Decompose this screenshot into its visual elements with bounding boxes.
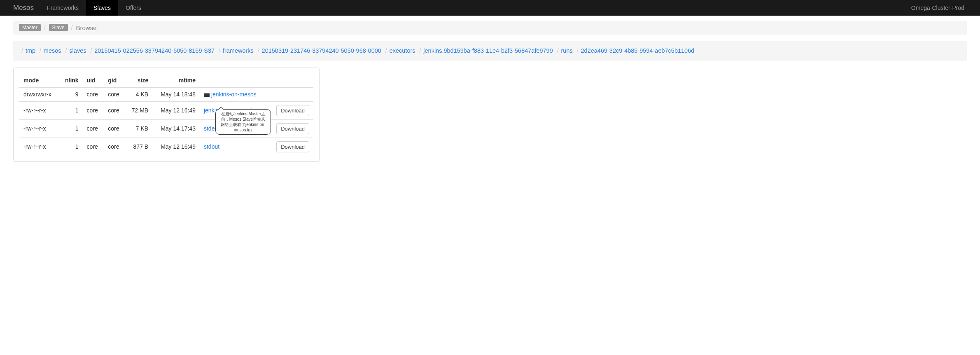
- file-link[interactable]: jenkins-on-mesos: [211, 91, 257, 98]
- folder-icon: [204, 91, 210, 98]
- cluster-name[interactable]: Omega-Cluster-Prod: [909, 0, 967, 16]
- col-nlink[interactable]: nlink: [59, 74, 83, 87]
- cell-mtime: May 12 16:49: [152, 138, 200, 156]
- breadcrumb-master-badge[interactable]: Master: [19, 24, 41, 31]
- path-separator: /: [219, 47, 220, 54]
- tooltip: 在启动Jenkins Master之前，Mesos Slave首先从网络上获取了…: [215, 109, 271, 135]
- path-separator: /: [577, 47, 579, 54]
- file-browser-panel: mode nlink uid gid size mtime drwxrwxr-x…: [13, 68, 320, 162]
- download-button[interactable]: Download: [276, 141, 309, 152]
- navbar-nav: FrameworksSlavesOffers: [40, 0, 149, 16]
- cell-gid: core: [104, 87, 125, 102]
- cell-nlink: 1: [59, 138, 83, 156]
- nav-item-slaves[interactable]: Slaves: [86, 0, 118, 16]
- cell-mtime: May 14 18:48: [152, 87, 200, 102]
- file-link[interactable]: stdout: [204, 143, 219, 150]
- cell-mode: -rw-r--r-x: [19, 101, 59, 119]
- cell-size: 877 B: [125, 138, 152, 156]
- col-download: [268, 74, 313, 87]
- cell-gid: core: [104, 101, 125, 119]
- path-segment[interactable]: jenkins.9bd159ba-f883-11e4-b2f3-56847afe…: [423, 47, 553, 54]
- breadcrumb-path: /tmp /mesos /slaves /20150415-022556-337…: [13, 41, 967, 61]
- col-size[interactable]: size: [125, 74, 152, 87]
- breadcrumb-separator: /: [71, 24, 73, 31]
- cell-download: Download: [268, 119, 313, 138]
- path-segment[interactable]: 2d2ea469-32c9-4b85-9594-aeb7c5b1106d: [581, 47, 695, 54]
- col-name: [200, 74, 268, 87]
- cell-nlink: 1: [59, 101, 83, 119]
- cell-size: 7 KB: [125, 119, 152, 138]
- cell-uid: core: [83, 87, 104, 102]
- path-separator: /: [258, 47, 259, 54]
- path-segment[interactable]: 20150415-022556-33794240-5050-8159-S37: [94, 47, 215, 54]
- table-row: -rw-r--r-x1corecore72 MBMay 12 16:49jenk…: [19, 101, 313, 119]
- file-table: mode nlink uid gid size mtime drwxrwxr-x…: [19, 74, 313, 156]
- path-separator: /: [65, 47, 67, 54]
- path-segment[interactable]: tmp: [26, 47, 35, 54]
- cell-mtime: May 12 16:49: [152, 101, 200, 119]
- navbar-brand[interactable]: Mesos: [13, 0, 40, 16]
- breadcrumb-browse-label: Browse: [76, 24, 97, 31]
- cell-size: 72 MB: [125, 101, 152, 119]
- cell-mode: -rw-r--r-x: [19, 119, 59, 138]
- path-segment[interactable]: 20150319-231746-33794240-5050-968-0000: [262, 47, 381, 54]
- path-separator: /: [557, 47, 559, 54]
- path-separator: /: [21, 47, 23, 54]
- table-row: drwxrwxr-x9corecore4 KBMay 14 18:48jenki…: [19, 87, 313, 102]
- col-gid[interactable]: gid: [104, 74, 125, 87]
- nav-item-frameworks[interactable]: Frameworks: [40, 0, 86, 16]
- path-segment[interactable]: runs: [561, 47, 573, 54]
- nav-item-offers[interactable]: Offers: [118, 0, 149, 16]
- cell-download: Download: [268, 101, 313, 119]
- cell-name: jenkins-on-mesos: [200, 87, 268, 102]
- path-separator: /: [419, 47, 421, 54]
- cell-download: [268, 87, 313, 102]
- cell-uid: core: [83, 119, 104, 138]
- breadcrumb-top: Master / Slave / Browse: [13, 21, 967, 35]
- breadcrumb-slave-badge[interactable]: Slave: [49, 24, 68, 31]
- cell-name: stdout: [200, 138, 268, 156]
- path-separator: /: [90, 47, 92, 54]
- download-button[interactable]: Download: [276, 105, 309, 116]
- cell-gid: core: [104, 119, 125, 138]
- navbar: Mesos FrameworksSlavesOffers Omega-Clust…: [0, 0, 980, 16]
- col-mtime[interactable]: mtime: [152, 74, 200, 87]
- cell-nlink: 1: [59, 119, 83, 138]
- col-uid[interactable]: uid: [83, 74, 104, 87]
- path-segment[interactable]: executors: [390, 47, 415, 54]
- col-mode[interactable]: mode: [19, 74, 59, 87]
- cell-name: jenkins-on-mesos.tgz在启动Jenkins Master之前，…: [200, 101, 268, 119]
- path-segment[interactable]: frameworks: [223, 47, 254, 54]
- cell-download: Download: [268, 138, 313, 156]
- cell-nlink: 9: [59, 87, 83, 102]
- cell-mode: -rw-r--r-x: [19, 138, 59, 156]
- cell-gid: core: [104, 138, 125, 156]
- cell-mtime: May 14 17:43: [152, 119, 200, 138]
- table-row: -rw-r--r-x1corecore877 BMay 12 16:49stdo…: [19, 138, 313, 156]
- path-segment[interactable]: mesos: [44, 47, 61, 54]
- cell-mode: drwxrwxr-x: [19, 87, 59, 102]
- cell-uid: core: [83, 138, 104, 156]
- cell-size: 4 KB: [125, 87, 152, 102]
- path-segment[interactable]: slaves: [69, 47, 86, 54]
- download-button[interactable]: Download: [276, 123, 309, 134]
- breadcrumb-separator: /: [44, 24, 46, 31]
- path-separator: /: [385, 47, 387, 54]
- path-separator: /: [40, 47, 41, 54]
- cell-uid: core: [83, 101, 104, 119]
